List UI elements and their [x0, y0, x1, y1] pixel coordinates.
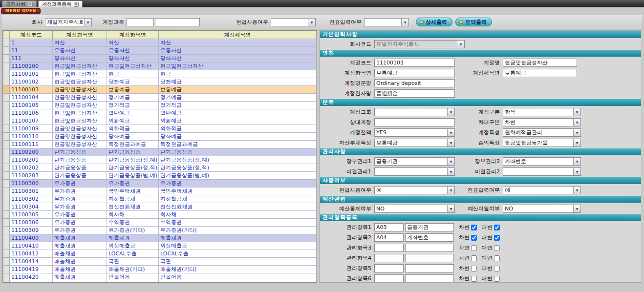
cell-detail[interactable]: 회사채 — [159, 211, 317, 219]
row-gutter[interactable] — [3, 86, 10, 94]
cell-code[interactable]: 11100105 — [10, 102, 53, 109]
cell-code[interactable]: 11100202 — [10, 164, 53, 172]
mgmt-item-name-input[interactable] — [405, 223, 454, 231]
row-gutter[interactable] — [3, 227, 10, 234]
cell-name[interactable]: 유가증권 — [53, 227, 107, 234]
cell-item[interactable]: 보통예금 — [107, 86, 159, 94]
cell-detail[interactable]: 수익증권 — [159, 219, 317, 227]
cell-item[interactable]: 당좌예금 — [107, 133, 159, 141]
cell-item[interactable]: 단기금융상품(별,예) — [107, 172, 159, 180]
cell-code[interactable]: 11100400 — [10, 234, 53, 242]
cell-detail[interactable]: 자산 — [159, 39, 317, 47]
credit-checkbox[interactable] — [494, 225, 500, 230]
table-row[interactable]: 11100304유가증권전신전화채권전신전화채권 — [3, 203, 317, 211]
cell-code[interactable]: 11100203 — [10, 172, 53, 180]
row-gutter[interactable] — [3, 258, 10, 266]
english-name-input[interactable] — [374, 79, 455, 87]
table-row[interactable]: 11100419매출채권매출채권(기타)매출채권(기타) — [3, 266, 317, 273]
cell-detail[interactable]: 지하철공채 — [159, 195, 317, 203]
cell-detail[interactable]: LOCAL수출 — [159, 250, 317, 258]
row-gutter[interactable] — [3, 281, 10, 283]
credit-checkbox[interactable] — [494, 235, 500, 241]
asset-char-select[interactable]: 보통예금 ▼ — [374, 139, 455, 147]
cell-name[interactable]: 유가증권 — [53, 195, 107, 203]
cell-item[interactable]: 자산 — [107, 39, 159, 47]
table-row[interactable]: 111당좌자산당좌자산당좌자산 — [3, 55, 317, 63]
table-row[interactable]: 11100102현금및현금성자산당좌예금당좌예금 — [3, 78, 317, 86]
account-code-input[interactable] — [374, 59, 455, 67]
cell-code[interactable]: 11100104 — [10, 94, 53, 102]
cell-detail[interactable]: 외상매출금 — [159, 242, 317, 250]
cell-name[interactable]: 현금및현금성자산 — [53, 78, 107, 86]
pl-char-select[interactable]: 현금및현금등가물 ▼ — [503, 139, 581, 147]
row-gutter[interactable] — [3, 266, 10, 273]
cell-item[interactable]: 유동자산 — [107, 47, 159, 55]
cell-detail[interactable]: 전신전화채권 — [159, 203, 317, 211]
cell-name[interactable]: 매출채권 — [53, 281, 107, 283]
cell-code[interactable]: 11100110 — [10, 133, 53, 141]
cell-detail[interactable]: 당좌자산 — [159, 55, 317, 63]
row-gutter[interactable] — [3, 273, 10, 281]
table-row[interactable]: 11100101현금및현금성자산현금현금 — [3, 70, 317, 78]
cell-item[interactable]: 정기적금 — [107, 102, 159, 109]
cell-item[interactable]: 특정현금과예금 — [107, 141, 159, 148]
cell-item[interactable]: 국판 — [107, 258, 159, 266]
row-gutter[interactable] — [3, 195, 10, 203]
cell-name[interactable]: 현금및현금성자산 — [53, 109, 107, 117]
cell-detail[interactable]: 현금 — [159, 70, 317, 78]
table-row[interactable]: 11100100현금및현금성자산현금및현금성자산현금및현금성자산 — [3, 63, 317, 70]
credit-checkbox[interactable] — [494, 255, 500, 261]
cell-item[interactable]: 외상매출금 — [107, 242, 159, 250]
cell-detail[interactable]: 정기예금 — [159, 94, 317, 102]
company-filter-select[interactable]: 제일저지주식회사 ▼ — [45, 18, 92, 26]
cell-code[interactable]: 11100301 — [10, 188, 53, 195]
table-row[interactable]: 1자산자산자산 — [3, 39, 317, 47]
slip-filter-select[interactable]: ▼ — [364, 18, 409, 26]
row-gutter[interactable] — [3, 172, 10, 180]
menu-open-button[interactable]: MENU OPEN — [1, 8, 41, 14]
cell-detail[interactable]: 당좌예금 — [159, 78, 317, 86]
detail-print-button[interactable]: 상세출력 — [416, 18, 452, 26]
cell-detail[interactable]: 단기금융상품(정,예) — [159, 156, 317, 164]
cell-code[interactable]: 11100106 — [10, 109, 53, 117]
cell-detail[interactable]: 단기금융상품(정,적) — [159, 164, 317, 172]
hanja-name-input[interactable] — [374, 89, 455, 98]
cell-code[interactable]: 11100200 — [10, 148, 53, 156]
cell-name[interactable]: 당좌자산 — [53, 55, 107, 63]
cell-name[interactable]: 현금및현금성자산 — [53, 117, 107, 125]
cell-name[interactable]: 단기금융상품 — [53, 156, 107, 164]
cell-detail[interactable]: 단기금융상품(별,예) — [159, 172, 317, 180]
cell-detail[interactable]: 별단예금 — [159, 109, 317, 117]
cell-code[interactable]: 11100100 — [10, 63, 53, 70]
row-gutter[interactable] — [3, 70, 10, 78]
mgmt-item-name-input[interactable] — [405, 264, 454, 272]
cell-item[interactable]: 할인어음 — [107, 281, 159, 283]
table-row[interactable]: 11100104현금및현금성자산정기예금정기예금 — [3, 94, 317, 102]
cell-code[interactable]: 11100304 — [10, 203, 53, 211]
table-row[interactable]: 11100110현금및현금성자산당좌예금당좌예금 — [3, 133, 317, 141]
row-gutter[interactable] — [3, 141, 10, 148]
cell-item[interactable]: 정기예금 — [107, 94, 159, 102]
table-row[interactable]: 11100103현금및현금성자산보통예금보통예금 — [3, 86, 317, 94]
cell-detail[interactable]: 외화예금 — [159, 117, 317, 125]
cell-item[interactable]: 외화적금 — [107, 125, 159, 133]
cell-code[interactable]: 11100302 — [10, 195, 53, 203]
account-code-filter-input[interactable] — [127, 18, 154, 26]
mgmt-item-name-input[interactable] — [405, 233, 454, 242]
mgmt-item-code-input[interactable] — [374, 223, 404, 231]
table-row[interactable]: 11100302유가증권지하철공채지하철공채 — [3, 195, 317, 203]
characteristic-select[interactable]: 원화예적금관리 ▼ — [503, 128, 581, 137]
cell-code[interactable]: 11100111 — [10, 141, 53, 148]
book2-select[interactable]: 계좌번호 ▼ — [503, 157, 581, 166]
cell-item[interactable]: 별단예금 — [107, 109, 159, 117]
cell-name[interactable]: 매출채권 — [53, 242, 107, 250]
table-row[interactable]: 11100301유가증권국민주택채권국민주택채권 — [3, 188, 317, 195]
debit-checkbox[interactable] — [471, 245, 477, 251]
cell-code[interactable]: 11100107 — [10, 117, 53, 125]
cell-code[interactable]: 11100410 — [10, 242, 53, 250]
cell-name[interactable]: 매출채권 — [53, 273, 107, 281]
cell-code[interactable]: 111 — [10, 55, 53, 63]
row-gutter[interactable] — [3, 164, 10, 172]
table-row[interactable]: 11100107현금및현금성자산외화예금외화예금 — [3, 117, 317, 125]
summary-print-button[interactable]: 요약출력 — [455, 18, 492, 26]
